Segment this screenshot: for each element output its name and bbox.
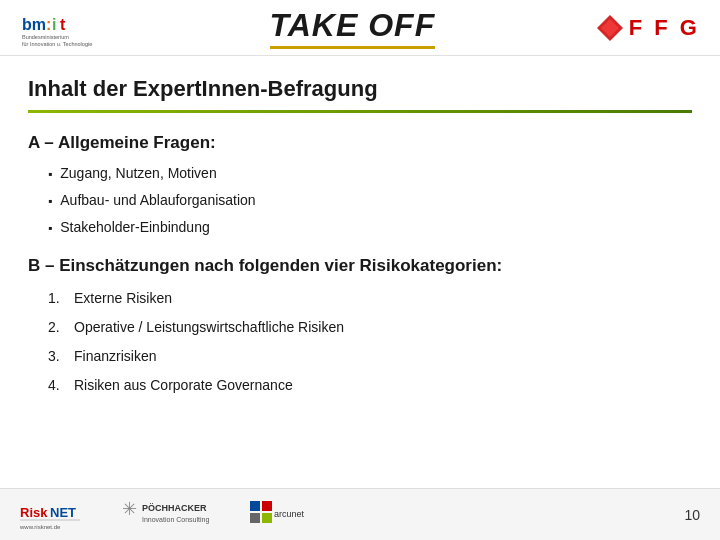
item-num-3: 3.	[48, 346, 68, 367]
svg-text:Risk: Risk	[20, 505, 48, 520]
item-text-2: Operative / Leistungswirtschaftliche Ris…	[74, 317, 344, 338]
item-num-1: 1.	[48, 288, 68, 309]
header: bm : i t Bundesministerium für Innovatio…	[0, 0, 720, 56]
svg-text:bm: bm	[22, 16, 46, 33]
main-content: Inhalt der ExpertInnen-Befragung A – All…	[0, 56, 720, 416]
item-text-4: Risiken aus Corporate Governance	[74, 375, 293, 396]
list-item: Stakeholder-Einbindung	[48, 217, 692, 238]
svg-text:NET: NET	[50, 505, 76, 520]
footer: Risk NET www.risknet.de ✳ PÖCHHACKER Inn…	[0, 488, 720, 540]
poechhacker-logo-svg: ✳ PÖCHHACKER Innovation Consulting	[120, 495, 220, 535]
item-num-4: 4.	[48, 375, 68, 396]
svg-text::: :	[46, 16, 51, 33]
bmit-logo-svg: bm : i t Bundesministerium für Innovatio…	[20, 8, 110, 48]
bullet-item-3: Stakeholder-Einbindung	[60, 217, 209, 238]
svg-text:www.risknet.de: www.risknet.de	[20, 524, 61, 530]
bullet-item-2: Aufbau- und Ablauforganisation	[60, 190, 255, 211]
arcunet-logo-svg: arcunet	[250, 497, 320, 533]
svg-rect-17	[250, 513, 260, 523]
svg-rect-18	[262, 513, 272, 523]
section-b-list: 1. Externe Risiken 2. Operative / Leistu…	[48, 288, 692, 396]
risknet-logo: Risk NET www.risknet.de	[20, 497, 90, 533]
list-item: Zugang, Nutzen, Motiven	[48, 163, 692, 184]
section-a: A – Allgemeine Fragen: Zugang, Nutzen, M…	[28, 133, 692, 238]
list-item: 1. Externe Risiken	[48, 288, 692, 309]
item-text-3: Finanzrisiken	[74, 346, 156, 367]
page-number: 10	[684, 507, 700, 523]
section-a-list: Zugang, Nutzen, Motiven Aufbau- und Abla…	[48, 163, 692, 238]
svg-rect-15	[250, 501, 260, 511]
list-item: 4. Risiken aus Corporate Governance	[48, 375, 692, 396]
takeoff-logo: TAKE OFF	[270, 7, 436, 49]
section-b-title: B – Einschätzungen nach folgenden vier R…	[28, 256, 692, 276]
list-item: 2. Operative / Leistungswirtschaftliche …	[48, 317, 692, 338]
list-item: 3. Finanzrisiken	[48, 346, 692, 367]
poechhacker-logo: ✳ PÖCHHACKER Innovation Consulting	[120, 495, 220, 535]
logo-ffg: F F G	[595, 13, 700, 43]
section-divider	[28, 110, 692, 113]
svg-text:Bundesministerium: Bundesministerium	[22, 34, 69, 40]
svg-text:Innovation Consulting: Innovation Consulting	[142, 516, 209, 524]
section-a-title: A – Allgemeine Fragen:	[28, 133, 692, 153]
svg-rect-16	[262, 501, 272, 511]
footer-logos: Risk NET www.risknet.de ✳ PÖCHHACKER Inn…	[20, 495, 320, 535]
item-num-2: 2.	[48, 317, 68, 338]
ffg-text: F F G	[629, 15, 700, 41]
logo-bmit: bm : i t Bundesministerium für Innovatio…	[20, 8, 110, 48]
list-item: Aufbau- und Ablauforganisation	[48, 190, 692, 211]
arcunet-logo: arcunet	[250, 497, 320, 533]
bullet-item-1: Zugang, Nutzen, Motiven	[60, 163, 216, 184]
ffg-diamond-icon	[595, 13, 625, 43]
svg-text:t: t	[60, 16, 66, 33]
svg-text:i: i	[52, 16, 56, 33]
svg-text:PÖCHHACKER: PÖCHHACKER	[142, 503, 207, 513]
svg-text:arcunet: arcunet	[274, 509, 305, 519]
svg-text:✳: ✳	[122, 499, 137, 519]
page-title: Inhalt der ExpertInnen-Befragung	[28, 76, 692, 102]
item-text-1: Externe Risiken	[74, 288, 172, 309]
takeoff-title: TAKE OFF	[270, 7, 436, 44]
section-b: B – Einschätzungen nach folgenden vier R…	[28, 256, 692, 396]
risknet-logo-svg: Risk NET www.risknet.de	[20, 497, 90, 533]
svg-text:für Innovation u. Technologie: für Innovation u. Technologie	[22, 41, 92, 47]
takeoff-underline	[270, 46, 436, 49]
